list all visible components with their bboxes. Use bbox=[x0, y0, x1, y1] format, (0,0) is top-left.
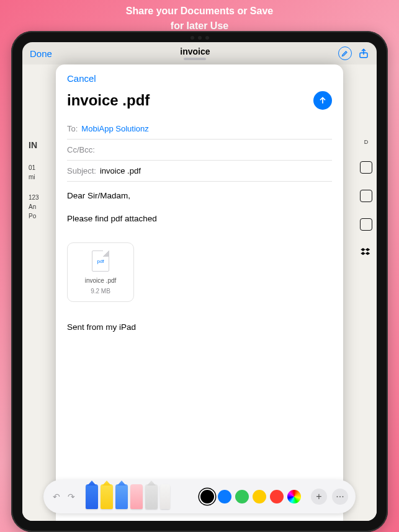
eraser-tool[interactable] bbox=[130, 484, 143, 509]
color-wheel[interactable] bbox=[287, 490, 301, 503]
pencil-tool[interactable] bbox=[115, 484, 128, 509]
signature: Sent from my iPad bbox=[67, 321, 332, 335]
attachment[interactable]: pdf invoice .pdf 9.2 MB bbox=[67, 242, 134, 302]
top-nav: Done invoice bbox=[22, 42, 377, 64]
mail-body[interactable]: Dear Sir/Madam, Please find pdf attached… bbox=[67, 182, 332, 335]
send-button[interactable] bbox=[313, 91, 332, 110]
promo-line-1: Share your Documents or Save bbox=[0, 4, 399, 19]
attachment-name: invoice .pdf bbox=[71, 275, 130, 286]
body-greeting: Dear Sir/Madam, bbox=[67, 189, 332, 203]
attachment-size: 9.2 MB bbox=[71, 286, 130, 296]
bg-doc-text: IN 01 mi 123 An Po bbox=[22, 139, 60, 221]
duplicate-icon[interactable] bbox=[360, 190, 372, 202]
highlighter-tool[interactable] bbox=[101, 484, 113, 509]
subject-label: Subject: bbox=[67, 166, 96, 175]
ruler-tool[interactable] bbox=[160, 484, 170, 509]
to-value: MobiApp Solutionz bbox=[81, 124, 148, 133]
pen-tool[interactable] bbox=[86, 484, 98, 509]
camera-notch bbox=[181, 36, 218, 40]
add-button[interactable]: + bbox=[311, 489, 327, 505]
color-blue[interactable] bbox=[218, 490, 231, 503]
side-label: D bbox=[364, 139, 369, 145]
grabber-icon bbox=[184, 58, 206, 60]
subject-field[interactable]: Subject: invoice .pdf bbox=[67, 161, 332, 182]
file-icon: pdf bbox=[92, 250, 109, 272]
redo-button[interactable]: ↷ bbox=[66, 491, 77, 502]
ccbcc-field[interactable]: Cc/Bcc: bbox=[67, 140, 332, 161]
cancel-button[interactable]: Cancel bbox=[67, 71, 332, 91]
more-button[interactable]: ··· bbox=[332, 489, 348, 505]
ipad-frame: Done invoice IN 01 mi 123 An Po bbox=[11, 31, 388, 532]
subject-value: invoice .pdf bbox=[100, 166, 141, 175]
ipad-screen: Done invoice IN 01 mi 123 An Po bbox=[22, 42, 377, 521]
document-title: invoice bbox=[52, 47, 338, 60]
mail-title: invoice .pdf bbox=[67, 92, 150, 109]
window-icon[interactable] bbox=[360, 218, 372, 231]
done-button[interactable]: Done bbox=[30, 48, 52, 59]
color-black[interactable] bbox=[200, 490, 214, 503]
color-red[interactable] bbox=[270, 490, 284, 503]
color-yellow[interactable] bbox=[253, 490, 266, 503]
mail-compose-modal: Cancel invoice .pdf To: MobiApp Solution… bbox=[56, 64, 343, 521]
dropbox-icon[interactable] bbox=[360, 247, 372, 259]
to-label: To: bbox=[67, 124, 78, 133]
color-green[interactable] bbox=[235, 490, 249, 503]
copy-icon[interactable] bbox=[360, 161, 372, 174]
undo-button[interactable]: ↶ bbox=[51, 491, 62, 502]
to-field[interactable]: To: MobiApp Solutionz bbox=[67, 118, 332, 140]
share-side-panel: D bbox=[356, 139, 377, 259]
share-icon[interactable] bbox=[358, 47, 369, 60]
markup-pen-icon[interactable] bbox=[338, 47, 352, 60]
markup-toolbar: ↶ ↷ + ··· bbox=[43, 480, 356, 513]
lasso-tool[interactable] bbox=[145, 484, 158, 509]
body-line: Please find pdf attached bbox=[67, 212, 332, 226]
ccbcc-label: Cc/Bcc: bbox=[67, 145, 95, 154]
